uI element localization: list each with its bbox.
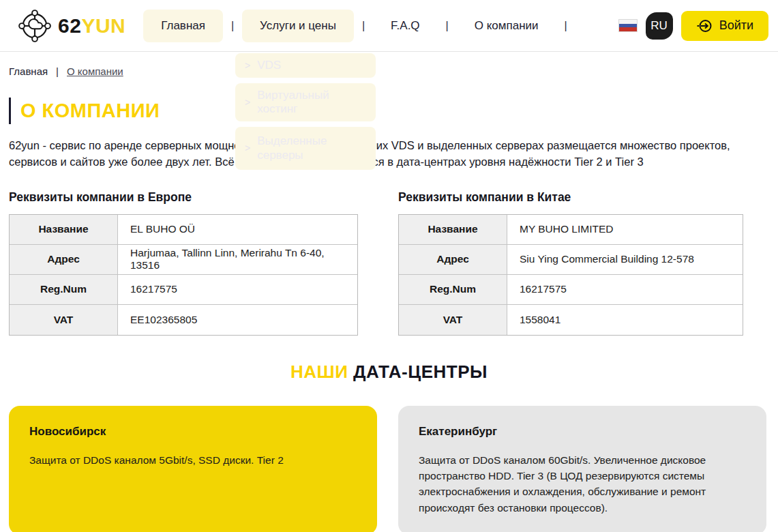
header: 62YUN Главная | Услуги и цены | F.A.Q | … <box>0 0 778 52</box>
row-value: EE102365805 <box>118 305 357 335</box>
dropdown-item-label: Выделенные серверы <box>257 134 346 163</box>
row-value: 16217575 <box>118 275 357 304</box>
header-right: RU Войти <box>618 11 768 41</box>
row-value: Harjumaa, Tallinn Linn, Merirahu Tn 6-40… <box>118 245 357 274</box>
requisites-europe-title: Реквизиты компании в Европе <box>9 190 377 205</box>
row-label: Название <box>10 215 118 244</box>
chevron-right-icon: > <box>245 143 250 155</box>
table-row: Адрес Siu Ying Commercial Building 12-57… <box>399 245 743 275</box>
datacenter-name: Новосибирск <box>29 425 357 439</box>
row-label: VAT <box>10 305 118 335</box>
datacenters-heading-rest: ДАТА-ЦЕНТРЫ <box>348 361 488 382</box>
row-label: Reg.Num <box>399 275 507 304</box>
nav-item-faq[interactable]: F.A.Q <box>373 10 438 42</box>
main-nav: Главная | Услуги и цены | F.A.Q | О комп… <box>143 10 575 42</box>
company-description: 62yun - сервис по аренде серверных мощно… <box>9 138 769 170</box>
datacenter-card-yekaterinburg: Екатеринбург Защита от DDoS каналом 60Gb… <box>398 406 766 532</box>
page-title: О КОМПАНИИ <box>9 98 769 124</box>
table-row: Название MY BUHO LIMITED <box>399 215 743 245</box>
datacenter-description: Защита от DDoS каналом 60Gbit/s. Увеличе… <box>419 452 739 516</box>
datacenters-heading-accent: НАШИ <box>290 361 348 382</box>
datacenter-name: Екатеринбург <box>419 425 746 439</box>
datacenter-card-novosibirsk: Новосибирск Защита от DDoS каналом 5Gbit… <box>9 406 377 532</box>
requisites-europe-table: Название EL BUHO OÜ Адрес Harjumaa, Tall… <box>9 214 358 336</box>
nav-separator: | <box>556 20 575 32</box>
nav-item-about[interactable]: О компании <box>457 10 556 42</box>
table-row: Reg.Num 16217575 <box>399 275 743 305</box>
row-label: Reg.Num <box>10 275 118 304</box>
row-label: VAT <box>399 305 507 335</box>
dropdown-item-label: Виртуальный хостинг <box>257 89 369 116</box>
table-row: VAT 1558041 <box>399 305 743 335</box>
nav-item-services[interactable]: Услуги и цены <box>242 10 354 42</box>
datacenters-heading: НАШИ ДАТА-ЦЕНТРЫ <box>9 361 769 383</box>
chevron-right-icon: > <box>245 97 250 108</box>
row-label: Название <box>399 215 507 244</box>
requisites-section: Реквизиты компании в Европе Название EL … <box>9 190 769 336</box>
language-switcher[interactable]: RU <box>646 12 673 40</box>
nav-item-home[interactable]: Главная <box>143 10 223 42</box>
main-content: Главная | О компании О КОМПАНИИ 62yun - … <box>0 65 778 532</box>
row-value: Siu Ying Commercial Building 12-578 <box>507 245 743 274</box>
row-value: EL BUHO OÜ <box>118 215 357 244</box>
login-button-label: Войти <box>719 18 753 33</box>
table-row: VAT EE102365805 <box>10 305 357 335</box>
row-value: 16217575 <box>507 275 743 304</box>
logo-text: 62YUN <box>58 14 125 38</box>
russia-flag-icon[interactable] <box>618 19 638 32</box>
datacenter-description: Защита от DDoS каналом 5Gbit/s, SSD диск… <box>29 452 350 468</box>
services-dropdown: > VDS > Виртуальный хостинг > Выделенные… <box>235 53 376 170</box>
cloud-network-logo-icon <box>17 8 53 44</box>
row-label: Адрес <box>10 245 118 274</box>
row-label: Адрес <box>399 245 507 274</box>
requisites-china: Реквизиты компании в Китае Название MY B… <box>398 190 766 336</box>
breadcrumb-home-link[interactable]: Главная <box>9 65 48 77</box>
breadcrumb: Главная | О компании <box>9 65 769 77</box>
dropdown-item-vds[interactable]: > VDS <box>235 53 376 78</box>
dropdown-item-dedicated-servers[interactable]: > Выделенные серверы <box>235 127 376 170</box>
datacenter-cards: Новосибирск Защита от DDoS каналом 5Gbit… <box>9 406 769 532</box>
nav-separator: | <box>438 20 457 32</box>
table-row: Адрес Harjumaa, Tallinn Linn, Merirahu T… <box>10 245 357 275</box>
row-value: MY BUHO LIMITED <box>507 215 743 244</box>
row-value: 1558041 <box>507 305 743 335</box>
dropdown-item-virtual-hosting[interactable]: > Виртуальный хостинг <box>235 83 376 121</box>
nav-separator: | <box>223 20 242 32</box>
login-button[interactable]: Войти <box>681 11 768 41</box>
requisites-europe: Реквизиты компании в Европе Название EL … <box>9 190 377 336</box>
breadcrumb-current-link[interactable]: О компании <box>67 65 123 77</box>
requisites-china-title: Реквизиты компании в Китае <box>398 190 766 205</box>
nav-separator: | <box>354 20 373 32</box>
requisites-china-table: Название MY BUHO LIMITED Адрес Siu Ying … <box>398 214 743 336</box>
breadcrumb-separator: | <box>56 65 59 77</box>
chevron-right-icon: > <box>245 60 250 71</box>
logo[interactable]: 62YUN <box>17 8 125 44</box>
table-row: Название EL BUHO OÜ <box>10 215 357 245</box>
dropdown-item-label: VDS <box>257 59 281 72</box>
table-row: Reg.Num 16217575 <box>10 275 357 305</box>
login-arrow-icon <box>696 18 713 34</box>
